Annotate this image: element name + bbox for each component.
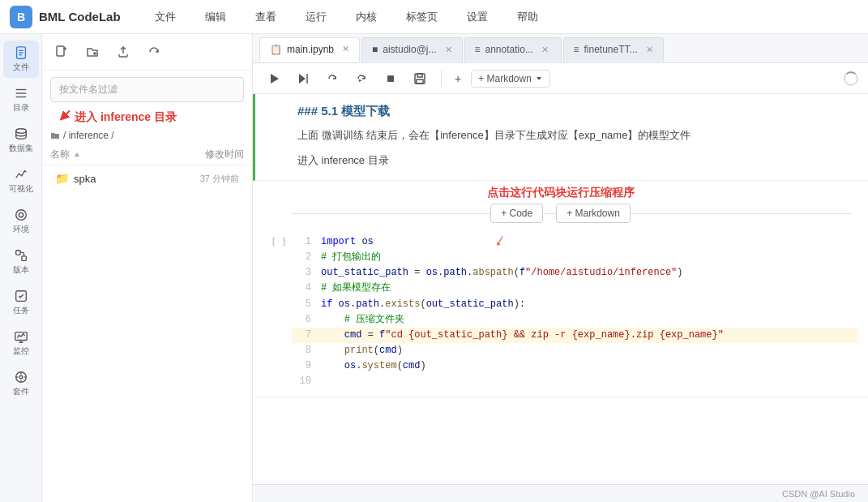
cell-counter: [ ] [271, 236, 287, 247]
sidebar-item-vis[interactable]: 可视化 [3, 162, 39, 200]
sidebar-label-dataset: 数据集 [9, 143, 33, 154]
menubar: B BML CodeLab 文件 编辑 查看 运行 内核 标签页 设置 帮助 [0, 0, 868, 34]
code-line-10: 10 [292, 374, 858, 389]
tab-annotation[interactable]: ≡ annotatio... ✕ [464, 37, 562, 62]
svg-marker-32 [359, 79, 362, 82]
code-line-7: 7 cmd = f"cd {out_static_path} && zip -r… [292, 328, 858, 343]
refresh-button[interactable] [143, 41, 165, 63]
sidebar-label-task: 任务 [13, 305, 29, 316]
file-item-time: 37 分钟前 [174, 173, 239, 185]
file-item-spka[interactable]: 📁 spka 37 分钟前 [47, 167, 247, 190]
tab-icon-main: 📋 [270, 44, 282, 55]
tab-label-main: main.ipynb [287, 44, 334, 55]
tab-close-finetuner[interactable]: ✕ [646, 45, 653, 55]
sidebar-label-version: 版本 [13, 264, 29, 276]
sort-icon [73, 151, 81, 159]
code-line-6: 6 # 压缩文件夹 [292, 312, 858, 328]
cell-gutter [255, 94, 294, 180]
svg-marker-37 [537, 77, 541, 80]
md-text-2: 进入 inference 目录 [297, 151, 852, 169]
file-filter-input[interactable]: 按文件名过滤 [50, 77, 244, 102]
new-folder-button[interactable] [81, 41, 104, 63]
svg-point-7 [15, 129, 26, 133]
md-text-1: 上面 微调训练 结束后，会在【inference】目录下生成对应【exp_nam… [297, 126, 852, 144]
filter-placeholder: 按文件名过滤 [59, 84, 118, 95]
editor-area: 📋 main.ipynb ✕ ■ aistudio@j... ✕ ≡ annot… [253, 34, 868, 502]
sidebar-item-env[interactable]: 环境 [3, 203, 39, 240]
annotation-arrow-icon [57, 108, 75, 126]
logo-icon: B [10, 6, 32, 28]
file-panel: 按文件名过滤 进入 inference 目录 / inference / 名称 … [42, 34, 253, 502]
interrupt-button[interactable] [379, 67, 402, 90]
tab-main[interactable]: 📋 main.ipynb ✕ [259, 37, 360, 62]
menu-view[interactable]: 查看 [250, 6, 281, 28]
tab-close-main[interactable]: ✕ [342, 44, 349, 54]
tab-icon-aistudio: ■ [372, 44, 378, 55]
menu-edit[interactable]: 编辑 [200, 6, 231, 28]
svg-point-8 [15, 210, 26, 221]
tab-aistudio[interactable]: ■ aistudio@j... ✕ [361, 37, 462, 62]
breadcrumb-path: / inference / [63, 130, 114, 141]
file-item-name: spka [74, 173, 174, 185]
markdown-cell: ### 5.1 模型下载 上面 微调训练 结束后，会在【inference】目录… [253, 94, 868, 181]
sidebar-item-file[interactable]: 文件 [3, 41, 39, 78]
run-button[interactable] [263, 67, 285, 90]
sidebar-item-task[interactable]: 任务 [3, 284, 39, 321]
svg-rect-10 [15, 251, 19, 255]
upload-button[interactable] [112, 41, 135, 63]
tab-close-aistudio[interactable]: ✕ [445, 45, 452, 55]
add-markdown-dropdown[interactable]: + [451, 67, 464, 90]
code-line-2: 2 # 打包输出的 [292, 250, 858, 265]
add-markdown-button[interactable]: + Markdown [556, 204, 631, 223]
sidebar-label-monitor: 监控 [13, 345, 29, 357]
app-title: BML CodeLab [39, 10, 121, 24]
status-text: CSDN @AI Studio [782, 489, 855, 499]
sidebar-item-monitor[interactable]: 监控 [3, 324, 39, 362]
tab-finetuner[interactable]: ≡ finetuneTT... ✕ [563, 37, 664, 62]
code-content[interactable]: 1 import os 2 # 打包输出的 3 out_static_path … [292, 228, 868, 397]
svg-marker-28 [75, 152, 79, 157]
status-bar: CSDN @AI Studio [253, 484, 868, 502]
notebook-content: ### 5.1 模型下载 上面 微调训练 结束后，会在【inference】目录… [253, 94, 868, 484]
menu-help[interactable]: 帮助 [512, 6, 543, 28]
notebook-toolbar: + + Markdown [253, 63, 868, 94]
sidebar-item-directory[interactable]: 目录 [3, 81, 39, 118]
code-gutter: [ ] [253, 228, 292, 397]
kernel-spinner [844, 71, 858, 86]
svg-point-17 [19, 375, 23, 379]
code-annotation-text: 点击这行代码块运行压缩程序 [253, 186, 868, 200]
menu-run[interactable]: 运行 [301, 6, 331, 28]
tab-icon-annotation: ≡ [475, 44, 481, 55]
svg-marker-30 [299, 74, 306, 84]
sidebar-item-version[interactable]: 版本 [3, 243, 39, 281]
breadcrumb: / inference / [42, 127, 252, 144]
tab-bar: 📋 main.ipynb ✕ ■ aistudio@j... ✕ ≡ annot… [253, 34, 868, 63]
menu-kernel[interactable]: 内核 [351, 6, 382, 28]
add-cell-row: + Code + Markdown [253, 200, 868, 226]
add-code-button[interactable]: + Code [490, 204, 543, 223]
svg-rect-22 [57, 46, 64, 56]
tab-close-annotation[interactable]: ✕ [541, 45, 549, 55]
new-file-button[interactable] [50, 41, 73, 63]
sidebar-label-dir: 目录 [13, 102, 29, 114]
folder-icon [50, 131, 60, 140]
save-button[interactable] [408, 67, 431, 90]
col-name[interactable]: 名称 [50, 148, 179, 161]
dropdown-chevron-icon [535, 75, 543, 83]
cell-type-dropdown[interactable]: + Markdown [471, 70, 550, 88]
code-line-3: 3 out_static_path = os.path.abspath(f"/h… [292, 265, 858, 281]
file-toolbar [42, 34, 252, 71]
sidebar-item-kit[interactable]: 套件 [3, 365, 39, 402]
code-annotation-block: 点击这行代码块运行压缩程序 + Code + Markdown ↓ [253, 181, 868, 228]
restart-button[interactable] [321, 67, 344, 90]
menu-tabs[interactable]: 标签页 [401, 6, 443, 28]
code-cell: [ ] 1 import os 2 # 打包输出的 3 out_static_p… [253, 228, 868, 397]
run-next-button[interactable] [292, 67, 314, 90]
menu-file[interactable]: 文件 [150, 6, 181, 28]
sidebar-item-dataset[interactable]: 数据集 [3, 122, 39, 159]
sidebar-label-file: 文件 [13, 62, 29, 73]
menu-settings[interactable]: 设置 [462, 6, 493, 28]
main-content: 文件 目录 数据集 可视化 环境 版本 任务 监控 [0, 34, 868, 502]
section-title: ### 5.1 模型下载 [297, 104, 852, 119]
restart-run-button[interactable] [350, 67, 373, 90]
